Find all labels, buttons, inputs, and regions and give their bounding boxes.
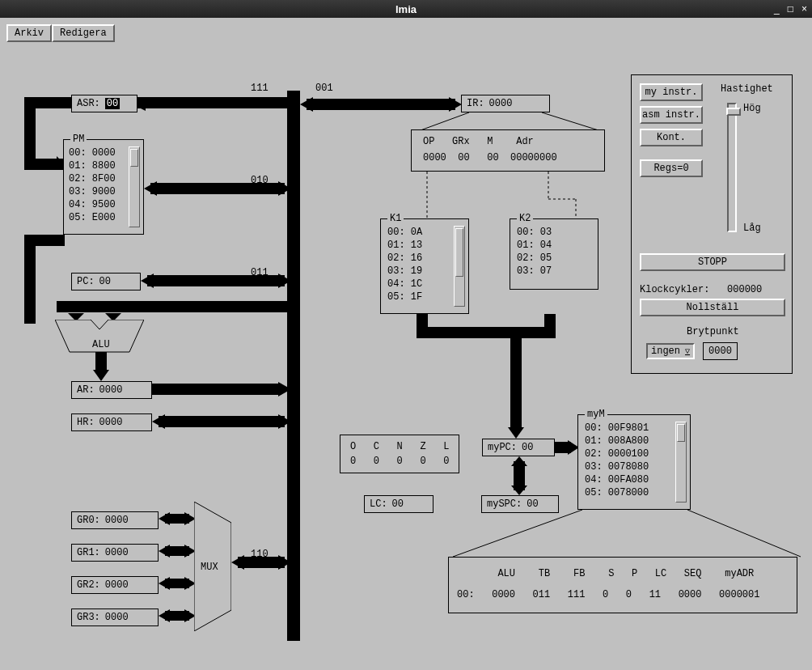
close-icon[interactable]: × bbox=[801, 3, 807, 15]
mypc-register[interactable]: myPC:00 bbox=[482, 439, 555, 456]
ir-dashed bbox=[411, 172, 605, 220]
connector-alu-ar bbox=[93, 352, 109, 381]
speed-label: Hastighet bbox=[721, 83, 773, 95]
menu-arkiv[interactable]: Arkiv bbox=[6, 24, 52, 42]
mym-list[interactable]: 00: 00F9801 01: 008A800 02: 0000100 03: … bbox=[585, 422, 649, 499]
menubar: Arkiv Redigera bbox=[6, 24, 115, 42]
k1-list[interactable]: 00: 0A 01: 13 02: 16 03: 19 04: 1C 05: 1… bbox=[387, 226, 422, 303]
klock-label: Klockcykler: 000000 bbox=[640, 284, 762, 295]
lc-register[interactable]: LC:00 bbox=[364, 495, 433, 513]
mym-memory: myM 00: 00F9801 01: 008A800 02: 0000100 … bbox=[577, 414, 691, 510]
svg-marker-37 bbox=[159, 609, 170, 622]
asr-label: ASR: bbox=[77, 98, 100, 109]
menu-redigera[interactable]: Redigera bbox=[52, 24, 115, 42]
decode-hdr: ALU TB FB S P LC SEQ myADR bbox=[457, 567, 754, 580]
gr0-register[interactable]: GR0:0000 bbox=[71, 511, 159, 529]
ar-label: AR: bbox=[77, 384, 95, 396]
asminstr-button[interactable]: asm instr. bbox=[640, 106, 703, 124]
connector-alu-in bbox=[24, 235, 299, 324]
asr-value: 00 bbox=[105, 98, 120, 109]
k2-memory: K2 00: 03 01: 04 02: 05 03: 07 bbox=[510, 218, 598, 290]
svg-marker-28 bbox=[159, 512, 170, 525]
myinstr-button[interactable]: my instr. bbox=[640, 83, 703, 101]
kont-button[interactable]: Kont. bbox=[640, 129, 703, 146]
k2-title: K2 bbox=[517, 213, 533, 224]
svg-rect-13 bbox=[57, 301, 291, 312]
pm-memory: PM 00: 0000 01: 8800 02: 8F00 03: 9000 0… bbox=[63, 139, 144, 235]
svg-rect-3 bbox=[24, 103, 36, 168]
minimize-icon[interactable]: _ bbox=[774, 3, 780, 15]
ir-decode: OP GRx M Adr 0000 00 00 00000000 bbox=[411, 129, 605, 172]
speed-low: Låg bbox=[743, 223, 761, 234]
chevron-down-icon: ▽ bbox=[685, 346, 690, 356]
svg-rect-4 bbox=[24, 97, 73, 108]
svg-marker-55 bbox=[508, 427, 524, 439]
k1-memory: K1 00: 0A 01: 13 02: 16 03: 19 04: 1C 05… bbox=[380, 218, 469, 314]
svg-marker-23 bbox=[278, 382, 291, 396]
break-value[interactable]: 0000 bbox=[703, 342, 738, 360]
hr-label: HR: bbox=[77, 417, 95, 428]
maximize-icon[interactable]: □ bbox=[788, 3, 793, 15]
k1-title: K1 bbox=[387, 213, 404, 224]
svg-rect-43 bbox=[307, 99, 455, 110]
break-select[interactable]: ingen ▽ bbox=[646, 343, 695, 359]
svg-rect-54 bbox=[510, 327, 522, 430]
canvas: 111 001 010 011 100 101 110 ASR: 00 PM 0… bbox=[0, 42, 812, 670]
svg-rect-24 bbox=[159, 416, 285, 427]
flags-val: 0 0 0 0 0 bbox=[350, 455, 449, 468]
svg-marker-34 bbox=[159, 577, 170, 590]
bus-label-001: 001 bbox=[315, 83, 333, 94]
ir-decode-hdr: OP GRx M Adr bbox=[423, 135, 534, 148]
ar-value: 0000 bbox=[99, 384, 123, 396]
k2-list[interactable]: 00: 03 01: 04 02: 05 03: 07 bbox=[517, 226, 552, 278]
connector-k-mypc bbox=[408, 314, 578, 443]
svg-rect-40 bbox=[238, 557, 285, 568]
flags-panel: O C N Z L 0 0 0 0 0 bbox=[340, 435, 459, 473]
svg-rect-22 bbox=[152, 384, 281, 395]
ir-value: 0000 bbox=[489, 98, 513, 109]
svg-rect-14 bbox=[24, 235, 36, 324]
svg-rect-15 bbox=[24, 235, 65, 246]
k1-scrollbar[interactable] bbox=[454, 226, 465, 307]
window-title: lmia bbox=[0, 3, 812, 15]
break-label: Brytpunkt bbox=[687, 326, 739, 337]
nollstall-button[interactable]: Nollställ bbox=[640, 299, 785, 316]
mym-title: myM bbox=[585, 409, 607, 420]
alu-label: ALU bbox=[92, 339, 110, 350]
microinstr-decode: ALU TB FB S P LC SEQ myADR 00: 0000 011 … bbox=[448, 557, 797, 613]
decode-row: 00: 0000 011 111 0 0 11 0000 0000001 bbox=[457, 588, 759, 601]
flags-hdr: O C N Z L bbox=[350, 440, 449, 453]
gr3-register[interactable]: GR3:0000 bbox=[71, 609, 159, 626]
pm-title: PM bbox=[70, 134, 87, 145]
regs-button[interactable]: Regs=0 bbox=[640, 159, 703, 177]
svg-rect-18 bbox=[108, 301, 119, 312]
svg-rect-51 bbox=[417, 327, 522, 338]
connector-mypc-mym bbox=[555, 440, 579, 455]
svg-marker-31 bbox=[159, 545, 170, 558]
connector-hr-bus bbox=[152, 414, 291, 429]
connector-pm-bus bbox=[144, 181, 291, 196]
bus-label-111: 111 bbox=[251, 83, 269, 94]
connector-mypc-myspc bbox=[511, 456, 527, 495]
stopp-button[interactable]: STOPP bbox=[640, 253, 785, 271]
ar-register[interactable]: AR: 0000 bbox=[71, 381, 152, 399]
gr2-register[interactable]: GR2:0000 bbox=[71, 576, 159, 594]
connector-ar-bus bbox=[152, 382, 291, 396]
ir-decode-bracket bbox=[421, 112, 598, 130]
svg-rect-1 bbox=[129, 97, 291, 108]
ir-register[interactable]: IR: 0000 bbox=[461, 95, 550, 112]
asr-register[interactable]: ASR: 00 bbox=[71, 95, 137, 112]
pm-scrollbar[interactable] bbox=[129, 146, 140, 227]
hr-value: 0000 bbox=[99, 417, 123, 428]
mux-label: MUX bbox=[201, 562, 218, 573]
svg-marker-21 bbox=[93, 370, 109, 381]
speed-slider[interactable] bbox=[727, 103, 737, 232]
titlebar: lmia _ □ × bbox=[0, 0, 812, 18]
pm-list[interactable]: 00: 0000 01: 8800 02: 8F00 03: 9000 04: … bbox=[69, 146, 116, 224]
mym-scrollbar[interactable] bbox=[675, 422, 687, 502]
hr-register[interactable]: HR: 0000 bbox=[71, 413, 152, 431]
ir-decode-val: 0000 00 00 00000000 bbox=[423, 151, 557, 164]
gr1-register[interactable]: GR1:0000 bbox=[71, 544, 159, 562]
connector-mux-bus bbox=[231, 555, 291, 570]
connector-gr-mux bbox=[159, 511, 196, 625]
